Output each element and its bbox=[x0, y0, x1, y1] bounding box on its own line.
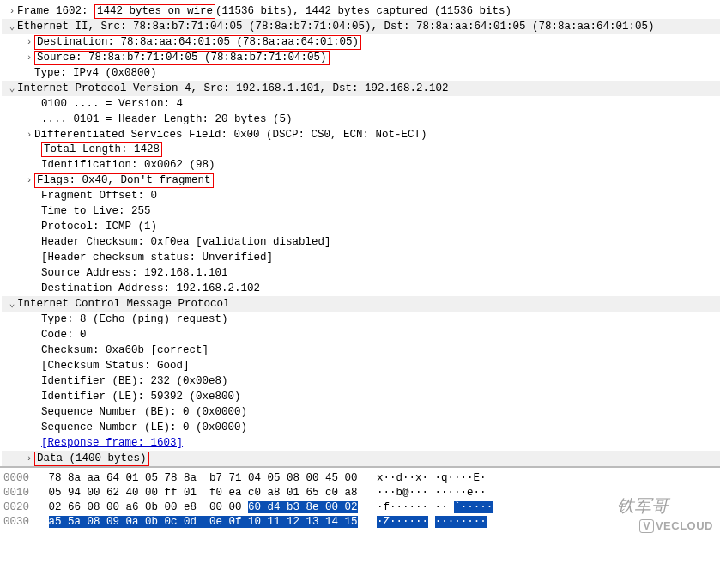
chevron-down-icon[interactable]: ⌄ bbox=[7, 19, 17, 34]
ip-hchk-row[interactable]: Header Checksum: 0xf0ea [validation disa… bbox=[2, 234, 720, 250]
ip-foff-row[interactable]: Fragment Offset: 0 bbox=[2, 188, 720, 203]
chevron-right-icon[interactable]: › bbox=[24, 34, 34, 50]
ip-id-row[interactable]: Identification: 0x0062 (98) bbox=[2, 157, 720, 173]
packet-tree[interactable]: › Frame 1602: 1442 bytes on wire (11536 … bbox=[0, 0, 720, 466]
ip-totlen-row[interactable]: Total Length: 1428 bbox=[2, 142, 720, 157]
watermark-text: 铁军哥 bbox=[617, 494, 669, 518]
icmp-type-row[interactable]: Type: 8 (Echo (ping) request) bbox=[2, 312, 720, 327]
chevron-right-icon[interactable]: › bbox=[7, 3, 17, 19]
chevron-right-icon[interactable]: › bbox=[24, 127, 34, 142]
ip-flags: Flags: 0x40, Don't fragment bbox=[34, 173, 214, 188]
ip-header-row[interactable]: ⌄ Internet Protocol Version 4, Src: 192.… bbox=[2, 81, 720, 96]
ip-flags-row[interactable]: › Flags: 0x40, Don't fragment bbox=[2, 173, 720, 188]
watermark-logo: VVECLOUD bbox=[639, 519, 713, 533]
icmp-seqbe-row[interactable]: Sequence Number (BE): 0 (0x0000) bbox=[2, 404, 720, 420]
chevron-down-icon[interactable]: ⌄ bbox=[7, 296, 17, 312]
eth-header-row[interactable]: ⌄ Ethernet II, Src: 78:8a:b7:71:04:05 (7… bbox=[2, 19, 720, 34]
frame-row[interactable]: › Frame 1602: 1442 bytes on wire (11536 … bbox=[2, 3, 720, 19]
ip-version-row[interactable]: 0100 .... = Version: 4 bbox=[2, 96, 720, 112]
eth-type: Type: IPv4 (0x0800) bbox=[34, 65, 157, 81]
icmp-idbe-row[interactable]: Identifier (BE): 232 (0x00e8) bbox=[2, 373, 720, 389]
ip-header: Internet Protocol Version 4, Src: 192.16… bbox=[17, 81, 449, 96]
icmp-chkst-row[interactable]: [Checksum Status: Good] bbox=[2, 358, 720, 373]
icmp-data: Data (1400 bytes) bbox=[34, 452, 149, 466]
ip-dsf-row[interactable]: › Differentiated Services Field: 0x00 (D… bbox=[2, 127, 720, 142]
eth-dst-row[interactable]: › Destination: 78:8a:aa:64:01:05 (78:8a:… bbox=[2, 34, 720, 50]
chevron-down-icon[interactable]: ⌄ bbox=[7, 81, 17, 96]
hex-pane[interactable]: 0000 78 8a aa 64 01 05 78 8a b7 71 04 05… bbox=[0, 466, 720, 536]
ip-hlen-row[interactable]: .... 0101 = Header Length: 20 bytes (5) bbox=[2, 112, 720, 127]
eth-type-row[interactable]: Type: IPv4 (0x0800) bbox=[2, 65, 720, 81]
chevron-right-icon[interactable]: › bbox=[24, 451, 34, 466]
hex-row-2[interactable]: 0020 02 66 08 00 a6 0b 00 e8 00 00 60 d4… bbox=[3, 500, 717, 515]
ip-daddr-row[interactable]: Destination Address: 192.168.2.102 bbox=[2, 281, 720, 296]
ip-hchkst-row[interactable]: [Header checksum status: Unverified] bbox=[2, 250, 720, 265]
eth-src-row[interactable]: › Source: 78:8a:b7:71:04:05 (78:8a:b7:71… bbox=[2, 50, 720, 65]
chevron-right-icon[interactable]: › bbox=[24, 173, 34, 188]
icmp-data-row[interactable]: › Data (1400 bytes) bbox=[2, 451, 720, 466]
hex-row-0[interactable]: 0000 78 8a aa 64 01 05 78 8a b7 71 04 05… bbox=[3, 471, 717, 486]
icmp-header: Internet Control Message Protocol bbox=[17, 296, 230, 312]
hex-row-3[interactable]: 0030 a5 5a 08 09 0a 0b 0c 0d 0e 0f 10 11… bbox=[3, 515, 717, 530]
eth-dst: Destination: 78:8a:aa:64:01:05 (78:8a:aa… bbox=[34, 35, 361, 50]
icmp-resp-row[interactable]: [Response frame: 1603] bbox=[2, 435, 720, 451]
eth-header: Ethernet II, Src: 78:8a:b7:71:04:05 (78:… bbox=[17, 19, 655, 34]
icmp-seqle-row[interactable]: Sequence Number (LE): 0 (0x0000) bbox=[2, 420, 720, 435]
chevron-right-icon[interactable]: › bbox=[24, 50, 34, 65]
icmp-chk-row[interactable]: Checksum: 0xa60b [correct] bbox=[2, 342, 720, 358]
ip-totlen: Total Length: 1428 bbox=[41, 142, 162, 157]
eth-src: Source: 78:8a:b7:71:04:05 (78:8a:b7:71:0… bbox=[34, 51, 330, 65]
icmp-header-row[interactable]: ⌄ Internet Control Message Protocol bbox=[2, 296, 720, 312]
hex-row-1[interactable]: 0010 05 94 00 62 40 00 ff 01 f0 ea c0 a8… bbox=[3, 486, 717, 500]
frame-post: (11536 bits), 1442 bytes captured (11536… bbox=[215, 5, 511, 17]
frame-bytes-highlight: 1442 bytes on wire bbox=[94, 4, 215, 19]
ip-saddr-row[interactable]: Source Address: 192.168.1.101 bbox=[2, 265, 720, 281]
ip-proto-row[interactable]: Protocol: ICMP (1) bbox=[2, 219, 720, 234]
frame-pre: Frame 1602: bbox=[17, 5, 94, 17]
icmp-code-row[interactable]: Code: 0 bbox=[2, 327, 720, 342]
ip-ttl-row[interactable]: Time to Live: 255 bbox=[2, 203, 720, 219]
icmp-idle-row[interactable]: Identifier (LE): 59392 (0xe800) bbox=[2, 389, 720, 404]
